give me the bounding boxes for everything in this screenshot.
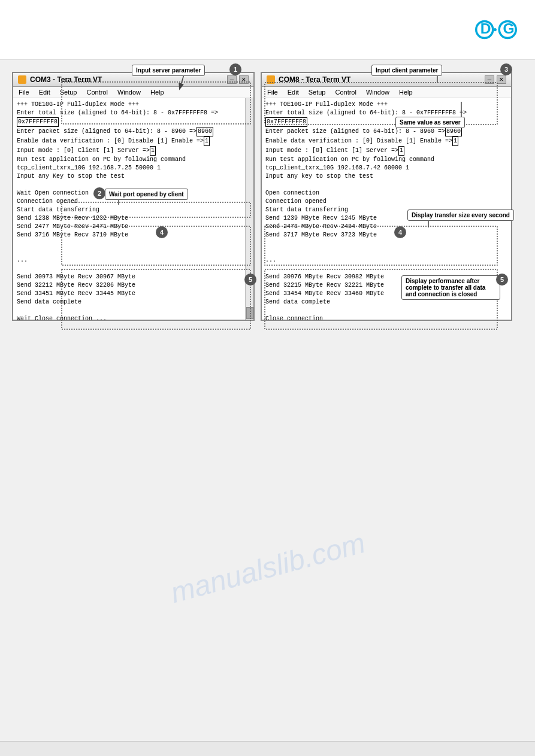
right-terminal-controls[interactable]: ─ ✕ bbox=[485, 75, 506, 84]
circle-1: 1 bbox=[229, 63, 241, 75]
right-terminal-title: COM8 - Tera Term VT bbox=[267, 75, 350, 84]
left-terminal-menubar: File Edit Setup Control Window Help bbox=[13, 87, 253, 98]
right-terminal-icon bbox=[267, 75, 275, 84]
top-bar: D G bbox=[0, 0, 535, 60]
menu-window[interactable]: Window bbox=[116, 88, 143, 96]
right-menu-file[interactable]: File bbox=[265, 88, 280, 96]
dg-logo: D G bbox=[475, 13, 517, 46]
circle-5-left: 5 bbox=[244, 274, 256, 286]
left-terminal-title: COM3 - Tera Term VT bbox=[18, 75, 102, 84]
circle-2: 2 bbox=[93, 187, 105, 199]
right-menu-edit[interactable]: Edit bbox=[286, 88, 301, 96]
terminal-icon bbox=[18, 75, 26, 84]
svg-text:D: D bbox=[480, 20, 491, 37]
scrollbar-thumb[interactable] bbox=[246, 307, 253, 319]
bottom-bar bbox=[0, 741, 535, 756]
callout-performance-text: Display performance after complete to tr… bbox=[406, 278, 485, 297]
callout-same-value: Same value as server bbox=[395, 117, 465, 128]
left-terminal-text: +++ TOE10G-IP Full-duplex Mode +++ Enter… bbox=[17, 101, 250, 320]
callout-input-client: Input client parameter bbox=[371, 65, 442, 76]
svg-text:G: G bbox=[503, 20, 514, 37]
menu-edit[interactable]: Edit bbox=[37, 88, 52, 96]
right-menu-setup[interactable]: Setup bbox=[307, 88, 328, 96]
circle-4-right: 4 bbox=[394, 226, 406, 238]
right-close-button[interactable]: ✕ bbox=[497, 75, 506, 84]
left-terminal-body: +++ TOE10G-IP Full-duplex Mode +++ Enter… bbox=[13, 98, 253, 320]
terminals-container: COM3 - Tera Term VT ─ ✕ File Edit Setup … bbox=[12, 72, 523, 321]
circle-5-right: 5 bbox=[496, 274, 508, 286]
callout-input-server: Input server parameter bbox=[132, 65, 205, 76]
right-terminal-menubar: File Edit Setup Control Window Help bbox=[262, 87, 511, 98]
bottom-space bbox=[12, 321, 523, 692]
callout-display-performance: Display performance after complete to tr… bbox=[401, 275, 500, 300]
circle-3: 3 bbox=[500, 63, 512, 75]
right-menu-help[interactable]: Help bbox=[397, 88, 415, 96]
right-menu-control[interactable]: Control bbox=[333, 88, 358, 96]
menu-control[interactable]: Control bbox=[84, 88, 109, 96]
callout-wait-port: Wait port opened by client bbox=[105, 189, 188, 200]
terminal-controls[interactable]: ─ ✕ bbox=[227, 75, 249, 84]
main-content: manualslib.com COM3 - Tera Term VT ─ ✕ F… bbox=[0, 60, 535, 704]
menu-help[interactable]: Help bbox=[149, 88, 166, 96]
menu-setup[interactable]: Setup bbox=[58, 88, 79, 96]
svg-point-2 bbox=[494, 28, 497, 31]
close-button[interactable]: ✕ bbox=[239, 75, 249, 84]
right-minimize-button[interactable]: ─ bbox=[485, 75, 494, 84]
circle-4-left: 4 bbox=[156, 226, 168, 238]
callout-display-transfer: Display transfer size every second bbox=[407, 210, 514, 221]
minimize-button[interactable]: ─ bbox=[227, 75, 237, 84]
left-scrollbar[interactable] bbox=[245, 98, 253, 320]
menu-file[interactable]: File bbox=[17, 88, 31, 96]
right-menu-window[interactable]: Window bbox=[364, 88, 391, 96]
